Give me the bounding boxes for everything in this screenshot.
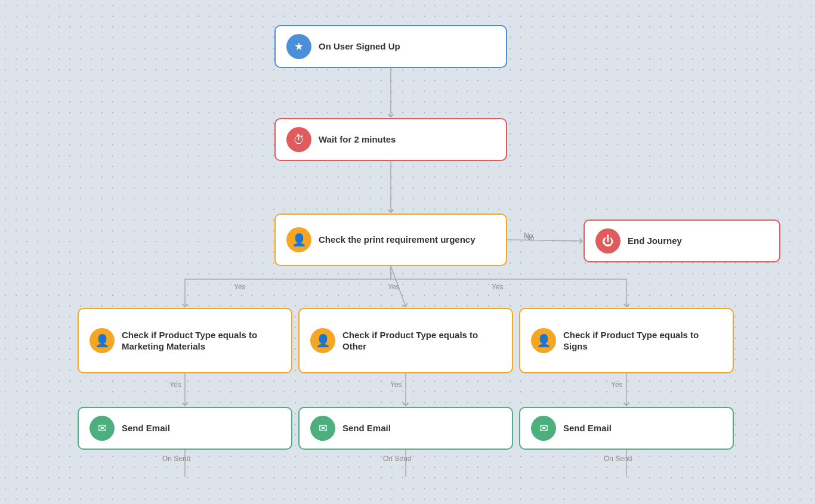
check-other-node[interactable]: 👤 Check if Product Type equals to Other <box>298 308 513 373</box>
check-signs-node[interactable]: 👤 Check if Product Type equals to Signs <box>519 308 734 373</box>
label-yes-left: Yes <box>234 283 246 291</box>
label-onsend-1: On Send <box>162 454 190 463</box>
label-yes-center: Yes <box>388 283 400 291</box>
send-email-2-node[interactable]: ✉ Send Email <box>298 407 513 450</box>
end-journey-icon: ⏻ <box>595 228 620 253</box>
label-onsend-3: On Send <box>604 454 632 463</box>
check-signs-icon: 👤 <box>531 328 556 353</box>
label-yes-se3: Yes <box>611 381 623 389</box>
send-email-3-label: Send Email <box>563 422 612 434</box>
check-urgency-label: Check the print requirement urgency <box>319 234 476 246</box>
workflow-canvas: No Yes Yes Yes Yes Yes Yes On Send On Se… <box>0 0 815 504</box>
end-journey-label: End Journey <box>628 235 682 247</box>
wait-label: Wait for 2 minutes <box>319 134 396 146</box>
check-marketing-label: Check if Product Type equals to Marketin… <box>122 329 280 353</box>
check-urgency-node[interactable]: 👤 Check the print requirement urgency <box>274 214 507 266</box>
check-other-label: Check if Product Type equals to Other <box>342 329 501 353</box>
label-no-text: No <box>525 234 534 242</box>
trigger-node[interactable]: ★ On User Signed Up <box>274 25 507 68</box>
end-journey-node[interactable]: ⏻ End Journey <box>584 219 780 262</box>
send-email-1-icon: ✉ <box>89 416 115 441</box>
check-marketing-icon: 👤 <box>89 328 115 353</box>
label-yes-se2: Yes <box>390 381 402 389</box>
label-yes-right: Yes <box>492 283 504 291</box>
send-email-2-label: Send Email <box>342 422 391 434</box>
send-email-2-icon: ✉ <box>310 416 335 441</box>
send-email-3-node[interactable]: ✉ Send Email <box>519 407 734 450</box>
check-urgency-icon: 👤 <box>286 227 311 252</box>
send-email-3-icon: ✉ <box>531 416 556 441</box>
send-email-1-node[interactable]: ✉ Send Email <box>78 407 292 450</box>
label-yes-se1: Yes <box>169 381 181 389</box>
svg-line-2 <box>507 240 582 241</box>
wait-icon: ⏱ <box>286 127 311 152</box>
wait-node[interactable]: ⏱ Wait for 2 minutes <box>274 118 507 161</box>
trigger-label: On User Signed Up <box>319 41 400 52</box>
send-email-1-label: Send Email <box>122 422 170 434</box>
trigger-icon: ★ <box>286 34 311 59</box>
check-marketing-node[interactable]: 👤 Check if Product Type equals to Market… <box>78 308 292 373</box>
check-other-icon: 👤 <box>310 328 335 353</box>
label-onsend-2: On Send <box>383 454 411 463</box>
check-signs-label: Check if Product Type equals to Signs <box>563 329 722 353</box>
